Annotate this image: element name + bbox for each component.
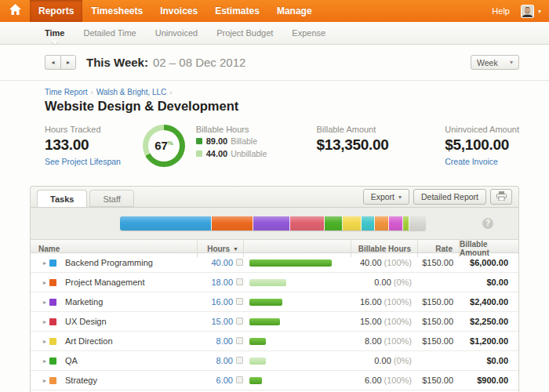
hours-header-label: Hours	[207, 245, 230, 253]
expand-arrow-icon[interactable]: ▸	[31, 338, 46, 345]
bar-segment[interactable]	[389, 216, 403, 230]
page-title: Website Design & Development	[45, 99, 519, 114]
timesheet-icon[interactable]	[236, 298, 243, 305]
chevron-down-icon: ▾	[398, 194, 402, 201]
billable-hours-pct: (100%)	[384, 258, 412, 267]
period-granularity-value: Week	[477, 58, 498, 67]
column-header-hours[interactable]: Hours ▼	[198, 240, 244, 257]
bar-segment[interactable]	[375, 216, 389, 230]
panel-body: ? Name Hours ▼ Billable Hours Rate Billa…	[30, 207, 519, 392]
stacked-bar	[120, 216, 426, 230]
expand-arrow-icon[interactable]: ▸	[31, 358, 46, 365]
period-granularity-select[interactable]: Week ▾	[471, 55, 519, 70]
create-invoice-link[interactable]: Create Invoice	[445, 157, 519, 166]
billable-hours-value: 0.00	[374, 356, 391, 365]
breadcrumb-client[interactable]: Walsh & Bright, LLC	[96, 88, 167, 96]
stat-billable-amount: Billable Amount $13,350.00	[316, 125, 445, 154]
billable-amount-value: $13,350.00	[316, 136, 445, 154]
amount-value: $900.00	[460, 376, 518, 385]
hours-bar	[249, 299, 282, 306]
hours-link[interactable]: 8.00	[216, 336, 233, 346]
nav-item-estimates[interactable]: Estimates	[206, 0, 268, 22]
stats-row: Hours Tracked 133.00 See Project Lifespa…	[45, 125, 519, 173]
subnav-item-project-budget[interactable]: Project Budget	[207, 22, 282, 44]
bar-segment[interactable]	[325, 216, 343, 230]
subnav-item-uninvoiced[interactable]: Uninvoiced	[146, 22, 207, 44]
stat-label: Uninvoiced Amount	[445, 125, 519, 134]
timesheet-icon[interactable]	[236, 337, 243, 344]
table-row[interactable]: ▸ Strategy 6.00 6.00(100%) $150.00 $900.…	[31, 371, 518, 390]
subnav-item-detailed-time[interactable]: Detailed Time	[74, 22, 145, 44]
timesheet-icon[interactable]	[236, 318, 243, 325]
timesheet-icon[interactable]	[236, 376, 243, 383]
tab-tasks[interactable]: Tasks	[37, 190, 87, 207]
bar-segment[interactable]	[343, 216, 361, 230]
export-label: Export	[371, 192, 394, 201]
hours-link[interactable]: 8.00	[216, 356, 233, 365]
legend-billable: 89.00 Billable	[196, 136, 317, 146]
stat-label: Hours Tracked	[45, 125, 143, 134]
help-circle-icon[interactable]: ?	[482, 218, 493, 229]
bar-segment[interactable]	[362, 216, 376, 230]
nav-item-invoices[interactable]: Invoices	[151, 0, 206, 22]
breadcrumb-time-report[interactable]: Time Report	[45, 88, 88, 96]
task-name: Strategy	[59, 376, 198, 385]
bar-segment[interactable]	[212, 216, 253, 230]
help-link[interactable]: Help	[492, 6, 510, 16]
expand-arrow-icon[interactable]: ▸	[31, 377, 46, 384]
billable-hours-pct: (0%)	[394, 278, 412, 287]
prev-week-button[interactable]: ◂	[45, 55, 60, 70]
table-header: Name Hours ▼ Billable Hours Rate Billabl…	[31, 239, 518, 253]
hours-link[interactable]: 18.00	[211, 278, 233, 287]
subnav-item-time[interactable]: Time	[35, 22, 74, 44]
task-color-swatch	[49, 338, 56, 345]
donut-center: 67%	[148, 130, 180, 162]
expand-arrow-icon[interactable]: ▸	[31, 299, 46, 306]
next-week-button[interactable]: ▸	[60, 55, 76, 70]
expand-arrow-icon[interactable]: ▸	[31, 260, 46, 267]
detailed-report-button[interactable]: Detailed Report	[413, 189, 486, 205]
billable-hours-pct: (0%)	[394, 356, 412, 365]
project-lifespan-link[interactable]: See Project Lifespan	[45, 157, 143, 166]
top-nav: Reports Timesheets Invoices Estimates Ma…	[0, 0, 549, 22]
hours-bar	[249, 279, 286, 286]
home-button[interactable]	[0, 0, 30, 22]
bar-segment[interactable]	[120, 216, 212, 230]
subnav-item-expense[interactable]: Expense	[282, 22, 335, 44]
table-row[interactable]: ▸ QA 8.00 0.00(0%) $0.00	[31, 351, 518, 371]
table-row[interactable]: ▸ UX Design 15.00 15.00(100%) $150.00 $2…	[31, 312, 518, 332]
unbillable-legend-swatch	[196, 151, 202, 157]
task-name: Backend Programming	[59, 258, 198, 267]
timesheet-icon[interactable]	[236, 278, 243, 285]
task-color-swatch	[49, 318, 56, 325]
nav-item-timesheets[interactable]: Timesheets	[82, 0, 151, 22]
nav-item-reports[interactable]: Reports	[30, 0, 82, 22]
billable-hours-pct: (100%)	[384, 317, 412, 326]
hours-link[interactable]: 15.00	[211, 317, 233, 326]
hours-link[interactable]: 16.00	[211, 297, 233, 307]
bar-segment[interactable]	[409, 216, 426, 230]
unbillable-hours-total: 44.00	[206, 149, 228, 158]
period-label: This Week:	[86, 56, 148, 69]
user-avatar[interactable]	[521, 5, 534, 18]
hours-link[interactable]: 40.00	[211, 258, 233, 267]
bar-segment[interactable]	[403, 216, 410, 230]
table-row[interactable]: ▸ Art Direction 8.00 8.00(100%) $150.00 …	[31, 332, 518, 351]
table-row[interactable]: ▸ Marketing 16.00 16.00(100%) $150.00 $2…	[31, 292, 518, 312]
hours-link[interactable]: 6.00	[216, 376, 233, 385]
table-row[interactable]: ▸ Project Management 18.00 0.00(0%) $0.0…	[31, 273, 518, 292]
nav-item-manage[interactable]: Manage	[268, 0, 321, 22]
print-button[interactable]	[490, 189, 512, 205]
bar-segment[interactable]	[253, 216, 290, 230]
expand-arrow-icon[interactable]: ▸	[31, 318, 46, 325]
donut-percent-value: 67	[155, 139, 168, 152]
timesheet-icon[interactable]	[236, 259, 243, 266]
user-menu-caret-icon[interactable]: ▾	[538, 8, 541, 15]
expand-arrow-icon[interactable]: ▸	[31, 279, 46, 286]
tab-staff[interactable]: Staff	[89, 190, 133, 207]
timesheet-icon[interactable]	[236, 357, 243, 364]
task-name: Marketing	[59, 297, 198, 307]
export-button[interactable]: Export ▾	[363, 189, 409, 205]
period-bar: ◂ ▸ This Week: 02 – 08 Dec 2012 Week ▾	[0, 45, 549, 81]
bar-segment[interactable]	[290, 216, 325, 230]
